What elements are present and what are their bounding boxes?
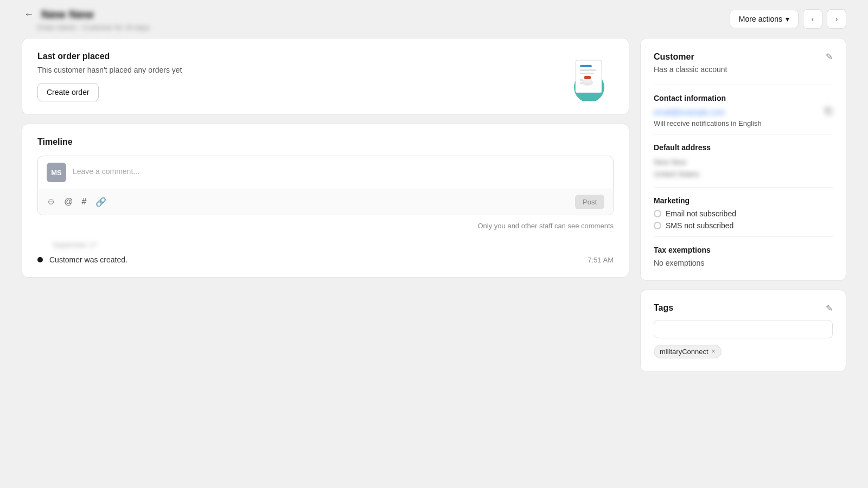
default-address-title: Default address xyxy=(654,143,833,152)
contact-section-title: Contact information xyxy=(654,94,833,102)
comment-box: MS Leave a comment... ☺ @ # 🔗 Post xyxy=(37,156,614,215)
account-status: Has a classic account xyxy=(654,65,833,74)
tags-list: militaryConnect × xyxy=(654,345,833,358)
main-content: Last order placed This customer hasn't p… xyxy=(0,38,868,483)
tag-remove-button[interactable]: × xyxy=(712,348,716,355)
comment-toolbar: ☺ @ # 🔗 Post xyxy=(38,189,613,215)
contact-email: email@example.com xyxy=(654,107,833,117)
left-column: Last order placed This customer hasn't p… xyxy=(22,38,629,483)
comment-input-area: MS Leave a comment... xyxy=(38,156,613,189)
svg-rect-8 xyxy=(580,79,583,81)
email-marketing-item: Email not subscribed xyxy=(654,209,833,218)
timeline-card: Timeline MS Leave a comment... ☺ @ # 🔗 P… xyxy=(22,124,629,278)
timeline-dot xyxy=(37,257,43,262)
address-line2: United States xyxy=(654,168,833,180)
divider-1 xyxy=(654,85,833,85)
order-illustration xyxy=(559,52,614,101)
timeline-section: September 17 Customer was created. 7:51 … xyxy=(37,241,614,264)
notification-language: Will receive notifications in English xyxy=(654,119,833,127)
divider-3 xyxy=(654,187,833,188)
comment-visibility: Only you and other staff can see comment… xyxy=(37,222,614,230)
tags-input[interactable] xyxy=(654,320,833,338)
svg-rect-4 xyxy=(580,73,594,74)
header-right: More actions ▾ ‹ › xyxy=(730,9,846,29)
header-left: ← New New Order Admin · Customer for 10 … xyxy=(22,7,150,31)
right-column: Customer ✎ Has a classic account Contact… xyxy=(640,38,846,483)
tag-label: militaryConnect xyxy=(660,348,709,356)
last-order-card: Last order placed This customer hasn't p… xyxy=(22,38,629,115)
prev-nav-button[interactable]: ‹ xyxy=(803,9,822,29)
last-order-title: Last order placed xyxy=(37,52,559,61)
page-title: New New xyxy=(41,8,94,22)
timeline-title: Timeline xyxy=(37,137,614,147)
customer-header: Customer ✎ xyxy=(654,52,833,62)
marketing-title: Marketing xyxy=(654,196,833,205)
email-marketing-label: Email not subscribed xyxy=(666,209,736,218)
header-title-row: ← New New xyxy=(22,7,150,22)
timeline-event: Customer was created. 7:51 AM xyxy=(37,255,614,264)
tags-title: Tags xyxy=(654,303,673,313)
timeline-event-text: Customer was created. xyxy=(49,255,581,264)
timeline-date-label: September 17 xyxy=(53,241,614,249)
svg-rect-3 xyxy=(580,69,596,71)
sms-marketing-label: SMS not subscribed xyxy=(666,221,733,230)
address-line1: New New xyxy=(654,156,833,168)
link-icon[interactable]: 🔗 xyxy=(95,197,106,207)
last-order-description: This customer hasn't placed any orders y… xyxy=(37,66,559,74)
page-header: ← New New Order Admin · Customer for 10 … xyxy=(0,0,868,38)
divider-2 xyxy=(654,134,833,134)
breadcrumb: Order Admin · Customer for 10 days xyxy=(37,23,150,31)
sms-radio[interactable] xyxy=(654,222,661,229)
mention-icon[interactable]: @ xyxy=(64,197,73,207)
timeline-time: 7:51 AM xyxy=(588,256,614,264)
comment-placeholder[interactable]: Leave a comment... xyxy=(73,163,604,176)
post-button[interactable]: Post xyxy=(575,195,604,209)
more-actions-label: More actions xyxy=(739,15,782,23)
customer-section-title: Customer xyxy=(654,52,694,62)
next-arrow-icon: › xyxy=(835,15,838,23)
tag-chip-militaryconnect: militaryConnect × xyxy=(654,345,722,358)
next-nav-button[interactable]: › xyxy=(827,9,846,29)
email-address[interactable]: email@example.com xyxy=(654,108,725,117)
avatar: MS xyxy=(47,163,66,182)
comment-tools: ☺ @ # 🔗 xyxy=(47,197,106,207)
back-button[interactable]: ← xyxy=(22,7,36,22)
email-radio[interactable] xyxy=(654,210,661,217)
divider-4 xyxy=(654,236,833,237)
tags-edit-icon[interactable]: ✎ xyxy=(826,303,833,313)
tax-exempt-value: No exemptions xyxy=(654,259,833,267)
chevron-down-icon: ▾ xyxy=(786,15,789,23)
last-order-content: Last order placed This customer hasn't p… xyxy=(37,52,559,101)
svg-rect-10 xyxy=(827,110,832,114)
tags-header: Tags ✎ xyxy=(654,303,833,313)
prev-arrow-icon: ‹ xyxy=(812,15,814,23)
customer-card: Customer ✎ Has a classic account Contact… xyxy=(640,38,846,281)
more-actions-button[interactable]: More actions ▾ xyxy=(730,10,799,28)
svg-rect-7 xyxy=(584,76,591,79)
svg-rect-9 xyxy=(580,82,583,84)
copy-icon[interactable] xyxy=(824,107,833,117)
tags-card: Tags ✎ militaryConnect × xyxy=(640,290,846,372)
hashtag-icon[interactable]: # xyxy=(82,197,87,207)
create-order-button[interactable]: Create order xyxy=(37,83,99,101)
sms-marketing-item: SMS not subscribed xyxy=(654,221,833,230)
customer-edit-icon[interactable]: ✎ xyxy=(826,52,833,62)
emoji-icon[interactable]: ☺ xyxy=(47,197,55,207)
svg-rect-2 xyxy=(580,65,592,67)
tax-exemptions-title: Tax exemptions xyxy=(654,246,833,254)
marketing-section: Email not subscribed SMS not subscribed xyxy=(654,209,833,230)
